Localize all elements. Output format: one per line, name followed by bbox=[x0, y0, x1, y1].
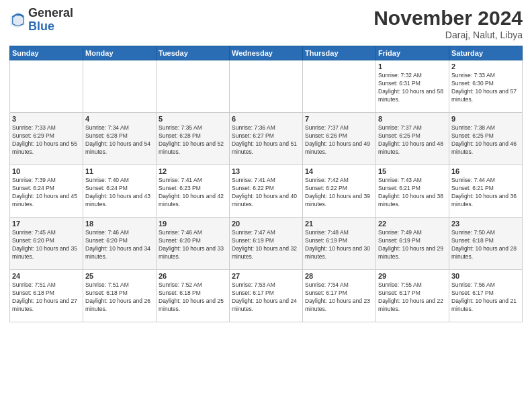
calendar-header-row: Sunday Monday Tuesday Wednesday Thursday… bbox=[10, 46, 523, 60]
day-info-line: Sunrise: 7:35 AM bbox=[159, 124, 227, 132]
page-header: General Blue November 2024 Daraj, Nalut,… bbox=[9, 7, 523, 40]
calendar-cell-w3-d4: 13Sunrise: 7:41 AMSunset: 6:22 PMDayligh… bbox=[230, 165, 303, 218]
day-info-line: Sunrise: 7:45 AM bbox=[12, 229, 81, 237]
day-info-line: Sunset: 6:20 PM bbox=[85, 237, 154, 245]
logo: General Blue bbox=[9, 7, 73, 34]
day-info-line: Sunset: 6:22 PM bbox=[232, 185, 300, 193]
day-info-line: Sunrise: 7:37 AM bbox=[378, 124, 447, 132]
day-info-line: Sunset: 6:23 PM bbox=[159, 185, 227, 193]
day-info-line: Daylight: 10 hours and 54 minutes. bbox=[85, 140, 154, 156]
day-info-line: Daylight: 10 hours and 26 minutes. bbox=[85, 298, 154, 314]
calendar-cell-w3-d7: 16Sunrise: 7:44 AMSunset: 6:21 PMDayligh… bbox=[449, 165, 523, 218]
day-info-line: Sunset: 6:20 PM bbox=[159, 237, 227, 245]
day-info-line: Daylight: 10 hours and 46 minutes. bbox=[451, 140, 520, 156]
calendar-week-3: 10Sunrise: 7:39 AMSunset: 6:24 PMDayligh… bbox=[10, 165, 523, 218]
day-number: 25 bbox=[85, 272, 154, 280]
day-info-line: Daylight: 10 hours and 34 minutes. bbox=[85, 245, 154, 261]
calendar-cell-w2-d4: 6Sunrise: 7:36 AMSunset: 6:27 PMDaylight… bbox=[230, 113, 303, 165]
day-info-line: Daylight: 10 hours and 42 minutes. bbox=[159, 193, 227, 209]
calendar-cell-w2-d6: 8Sunrise: 7:37 AMSunset: 6:25 PMDaylight… bbox=[376, 113, 449, 165]
calendar-cell-w3-d3: 12Sunrise: 7:41 AMSunset: 6:23 PMDayligh… bbox=[157, 165, 230, 218]
day-info-line: Sunset: 6:19 PM bbox=[305, 237, 373, 245]
title-block: November 2024 Daraj, Nalut, Libya bbox=[373, 7, 523, 40]
day-number: 7 bbox=[305, 115, 373, 123]
calendar-cell-w2-d1: 3Sunrise: 7:33 AMSunset: 6:29 PMDaylight… bbox=[10, 113, 83, 165]
day-info-line: Sunrise: 7:39 AM bbox=[12, 177, 81, 185]
day-info-line: Daylight: 10 hours and 22 minutes. bbox=[378, 298, 447, 314]
day-info-line: Sunset: 6:18 PM bbox=[159, 289, 227, 298]
day-info-line: Daylight: 10 hours and 48 minutes. bbox=[378, 140, 447, 156]
day-info-line: Sunrise: 7:41 AM bbox=[232, 177, 300, 185]
header-tuesday: Tuesday bbox=[157, 46, 230, 60]
day-number: 4 bbox=[85, 115, 154, 123]
calendar-week-5: 24Sunrise: 7:51 AMSunset: 6:18 PMDayligh… bbox=[10, 270, 523, 322]
day-info-line: Sunset: 6:26 PM bbox=[305, 132, 373, 140]
header-thursday: Thursday bbox=[303, 46, 376, 60]
calendar-cell-w5-d5: 28Sunrise: 7:54 AMSunset: 6:17 PMDayligh… bbox=[303, 270, 376, 322]
day-info-line: Daylight: 10 hours and 36 minutes. bbox=[451, 193, 520, 209]
calendar-cell-w3-d2: 11Sunrise: 7:40 AMSunset: 6:24 PMDayligh… bbox=[83, 165, 157, 218]
day-info-line: Sunrise: 7:36 AM bbox=[232, 124, 300, 132]
day-info-line: Daylight: 10 hours and 40 minutes. bbox=[232, 193, 300, 209]
day-info-line: Sunset: 6:18 PM bbox=[451, 237, 520, 245]
day-number: 24 bbox=[12, 272, 81, 280]
calendar-cell-w4-d4: 20Sunrise: 7:47 AMSunset: 6:19 PMDayligh… bbox=[230, 218, 303, 270]
day-number: 11 bbox=[85, 167, 154, 175]
calendar-cell-w4-d5: 21Sunrise: 7:48 AMSunset: 6:19 PMDayligh… bbox=[303, 218, 376, 270]
day-info-line: Sunset: 6:29 PM bbox=[12, 132, 81, 140]
day-info-line: Daylight: 10 hours and 38 minutes. bbox=[378, 193, 447, 209]
month-year-title: November 2024 bbox=[373, 7, 523, 30]
day-number: 10 bbox=[12, 167, 81, 175]
day-number: 14 bbox=[305, 167, 373, 175]
calendar-cell-w3-d6: 15Sunrise: 7:43 AMSunset: 6:21 PMDayligh… bbox=[376, 165, 449, 218]
day-info-line: Sunset: 6:21 PM bbox=[378, 185, 447, 193]
day-info-line: Sunrise: 7:33 AM bbox=[12, 124, 81, 132]
day-info-line: Sunset: 6:25 PM bbox=[451, 132, 520, 140]
calendar-cell-w2-d7: 9Sunrise: 7:38 AMSunset: 6:25 PMDaylight… bbox=[449, 113, 523, 165]
day-info-line: Sunrise: 7:46 AM bbox=[85, 229, 154, 237]
calendar-cell-w5-d2: 25Sunrise: 7:51 AMSunset: 6:18 PMDayligh… bbox=[83, 270, 157, 322]
logo-blue: Blue bbox=[28, 20, 73, 34]
day-number: 19 bbox=[159, 220, 227, 228]
day-info-line: Sunset: 6:28 PM bbox=[85, 132, 154, 140]
day-number: 21 bbox=[305, 220, 373, 228]
day-number: 15 bbox=[378, 167, 447, 175]
day-info-line: Sunrise: 7:41 AM bbox=[159, 177, 227, 185]
day-number: 1 bbox=[378, 62, 447, 71]
day-info-line: Sunrise: 7:56 AM bbox=[451, 281, 520, 289]
day-info-line: Sunrise: 7:47 AM bbox=[232, 229, 300, 237]
day-info-line: Sunrise: 7:44 AM bbox=[451, 177, 520, 185]
day-info-line: Daylight: 10 hours and 32 minutes. bbox=[232, 245, 300, 261]
day-info-line: Sunrise: 7:37 AM bbox=[305, 124, 373, 132]
calendar-cell-w5-d7: 30Sunrise: 7:56 AMSunset: 6:17 PMDayligh… bbox=[449, 270, 523, 322]
day-info-line: Daylight: 10 hours and 23 minutes. bbox=[305, 298, 373, 314]
day-info-line: Sunrise: 7:48 AM bbox=[305, 229, 373, 237]
header-saturday: Saturday bbox=[449, 46, 523, 60]
day-number: 20 bbox=[232, 220, 300, 228]
location-subtitle: Daraj, Nalut, Libya bbox=[373, 30, 523, 40]
day-info-line: Sunset: 6:19 PM bbox=[232, 237, 300, 245]
day-info-line: Sunrise: 7:50 AM bbox=[451, 229, 520, 237]
day-info-line: Sunrise: 7:51 AM bbox=[85, 281, 154, 289]
calendar-cell-w1-d2 bbox=[83, 60, 157, 113]
day-info-line: Sunrise: 7:33 AM bbox=[451, 72, 520, 80]
calendar-cell-w5-d4: 27Sunrise: 7:53 AMSunset: 6:17 PMDayligh… bbox=[230, 270, 303, 322]
day-info-line: Sunset: 6:18 PM bbox=[85, 289, 154, 298]
day-info-line: Sunset: 6:18 PM bbox=[12, 289, 81, 298]
calendar-cell-w5-d6: 29Sunrise: 7:55 AMSunset: 6:17 PMDayligh… bbox=[376, 270, 449, 322]
header-wednesday: Wednesday bbox=[230, 46, 303, 60]
calendar-table: Sunday Monday Tuesday Wednesday Thursday… bbox=[9, 46, 523, 322]
day-info-line: Daylight: 10 hours and 29 minutes. bbox=[378, 245, 447, 261]
header-friday: Friday bbox=[376, 46, 449, 60]
day-info-line: Daylight: 10 hours and 43 minutes. bbox=[85, 193, 154, 209]
day-info-line: Sunrise: 7:53 AM bbox=[232, 281, 300, 289]
logo-text: General Blue bbox=[28, 7, 73, 34]
day-info-line: Sunset: 6:25 PM bbox=[378, 132, 447, 140]
logo-general: General bbox=[28, 7, 73, 20]
calendar-cell-w5-d1: 24Sunrise: 7:51 AMSunset: 6:18 PMDayligh… bbox=[10, 270, 83, 322]
calendar-cell-w1-d3 bbox=[157, 60, 230, 113]
calendar-week-2: 3Sunrise: 7:33 AMSunset: 6:29 PMDaylight… bbox=[10, 113, 523, 165]
calendar-cell-w1-d1 bbox=[10, 60, 83, 113]
day-number: 17 bbox=[12, 220, 81, 228]
calendar-cell-w4-d2: 18Sunrise: 7:46 AMSunset: 6:20 PMDayligh… bbox=[83, 218, 157, 270]
